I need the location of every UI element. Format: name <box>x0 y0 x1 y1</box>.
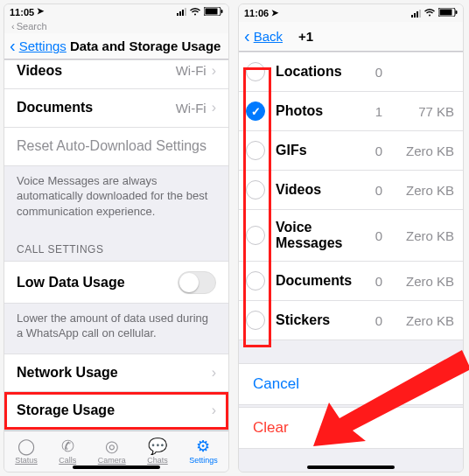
left-screen-data-storage: 11:05 ➤ ‹ Search ‹ Settings Data and Sto… <box>4 4 229 472</box>
row-size: Zero KB <box>396 313 454 328</box>
chevron-right-icon: › <box>206 402 216 418</box>
row-videos[interactable]: Videos Wi-Fi › <box>4 60 228 89</box>
search-label: Search <box>17 21 47 32</box>
media-row-photos[interactable]: ✓Photos177 KB <box>239 92 463 131</box>
chevron-left-icon[interactable]: ‹ <box>244 26 250 46</box>
select-circle[interactable] <box>246 62 265 81</box>
status-bar: 11:06 ➤ <box>239 4 463 22</box>
navbar: ‹ Settings Data and Storage Usage <box>4 33 228 60</box>
battery-icon <box>438 8 458 18</box>
wifi-icon <box>424 8 436 18</box>
row-label: Photos <box>276 103 361 119</box>
select-circle[interactable] <box>246 180 265 200</box>
note-voice-messages: Voice Messages are always automatically … <box>4 166 228 232</box>
gear-icon: ⚙ <box>196 438 210 455</box>
tab-label: Status <box>15 456 38 465</box>
media-row-documents[interactable]: Documents0Zero KB <box>239 262 463 301</box>
row-label: Network Usage <box>17 365 206 381</box>
camera-icon: ◎ <box>105 438 119 455</box>
row-label: Videos <box>17 63 176 79</box>
home-indicator[interactable] <box>307 466 395 469</box>
media-row-stickers[interactable]: Stickers0Zero KB <box>239 301 463 340</box>
cancel-button[interactable]: Cancel <box>239 363 463 405</box>
row-count: 0 <box>361 183 396 198</box>
chevron-right-icon: › <box>206 63 216 79</box>
row-label: Documents <box>17 100 176 116</box>
row-size: Zero KB <box>396 274 454 289</box>
back-button[interactable]: Back <box>254 29 283 44</box>
page-title: Data and Storage Usage <box>70 38 223 53</box>
select-circle[interactable]: ✓ <box>246 102 265 121</box>
tab-label: Chats <box>147 456 168 465</box>
row-label: GIFs <box>276 143 361 158</box>
row-size: Zero KB <box>396 183 454 198</box>
row-low-data-usage[interactable]: Low Data Usage <box>4 261 228 304</box>
select-circle[interactable] <box>246 271 265 290</box>
back-button[interactable]: Settings <box>19 38 66 53</box>
row-count: 0 <box>361 313 396 328</box>
media-row-locations[interactable]: Locations0 <box>239 52 463 92</box>
note-call-data: Lower the amount of data used during a W… <box>4 304 228 354</box>
chevron-left-icon[interactable]: ‹ <box>10 36 16 56</box>
select-circle[interactable] <box>246 311 265 330</box>
chevron-left-icon: ‹ <box>11 21 15 32</box>
row-value: Wi-Fi <box>176 101 206 116</box>
row-label: Voice Messages <box>276 220 361 251</box>
wifi-icon <box>189 7 201 18</box>
page-title: +1 <box>286 29 458 44</box>
spacer <box>239 340 463 363</box>
tab-calls[interactable]: ✆ Calls <box>59 438 76 465</box>
location-icon: ➤ <box>37 6 44 16</box>
checkmark-icon: ✓ <box>251 105 261 118</box>
tab-label: Camera <box>98 456 126 465</box>
status-bar: 11:05 ➤ <box>4 4 228 19</box>
tab-settings[interactable]: ⚙ Settings <box>189 438 218 465</box>
media-row-gifs[interactable]: GIFs0Zero KB <box>239 131 463 171</box>
search-breadcrumb[interactable]: ‹ Search <box>4 19 228 33</box>
section-header-call: CALL SETTINGS <box>4 231 228 261</box>
chevron-right-icon: › <box>206 100 216 116</box>
chat-icon: 💬 <box>148 438 167 455</box>
battery-icon <box>204 7 223 18</box>
row-label: Documents <box>276 273 361 289</box>
row-size: Zero KB <box>396 144 454 158</box>
status-icon: ◯ <box>18 438 35 455</box>
toggle-low-data[interactable] <box>178 271 216 294</box>
tab-camera[interactable]: ◎ Camera <box>98 438 126 465</box>
row-network-usage[interactable]: Network Usage › <box>4 354 228 392</box>
row-storage-usage[interactable]: Storage Usage › <box>4 392 228 430</box>
row-count: 0 <box>361 274 396 289</box>
tab-chats[interactable]: 💬 Chats <box>147 438 168 465</box>
row-size: Zero KB <box>396 228 454 243</box>
svg-rect-2 <box>221 10 223 13</box>
tab-status[interactable]: ◯ Status <box>15 438 38 465</box>
status-time: 11:05 <box>10 7 34 18</box>
row-count: 1 <box>361 104 396 119</box>
svg-rect-5 <box>456 10 458 14</box>
row-label: Videos <box>276 182 361 198</box>
right-screen-storage-detail: 11:06 ➤ ‹ Back +1 Locations0✓Photos177 K… <box>238 4 464 472</box>
home-indicator[interactable] <box>73 466 160 469</box>
media-row-videos[interactable]: Videos0Zero KB <box>239 171 463 210</box>
row-count: 0 <box>361 144 396 158</box>
select-circle[interactable] <box>246 141 265 160</box>
row-count: 0 <box>361 65 396 80</box>
row-label: Stickers <box>276 312 361 328</box>
media-row-voice-messages[interactable]: Voice Messages0Zero KB <box>239 210 463 262</box>
phone-icon: ✆ <box>61 438 74 455</box>
svg-rect-1 <box>206 8 218 14</box>
location-icon: ➤ <box>271 8 278 18</box>
status-time: 11:06 <box>244 8 269 18</box>
row-documents[interactable]: Documents Wi-Fi › <box>4 89 228 128</box>
row-label: Storage Usage <box>17 402 206 418</box>
row-label: Reset Auto-Download Settings <box>17 138 216 154</box>
chevron-right-icon: › <box>206 365 216 381</box>
row-reset-auto-download[interactable]: Reset Auto-Download Settings <box>4 128 228 166</box>
navbar: ‹ Back +1 <box>239 22 463 52</box>
row-label: Locations <box>276 64 361 80</box>
row-value: Wi-Fi <box>176 63 206 78</box>
tab-label: Settings <box>189 456 218 465</box>
select-circle[interactable] <box>246 226 265 245</box>
clear-button[interactable]: Clear <box>239 407 463 449</box>
tab-label: Calls <box>59 456 76 465</box>
